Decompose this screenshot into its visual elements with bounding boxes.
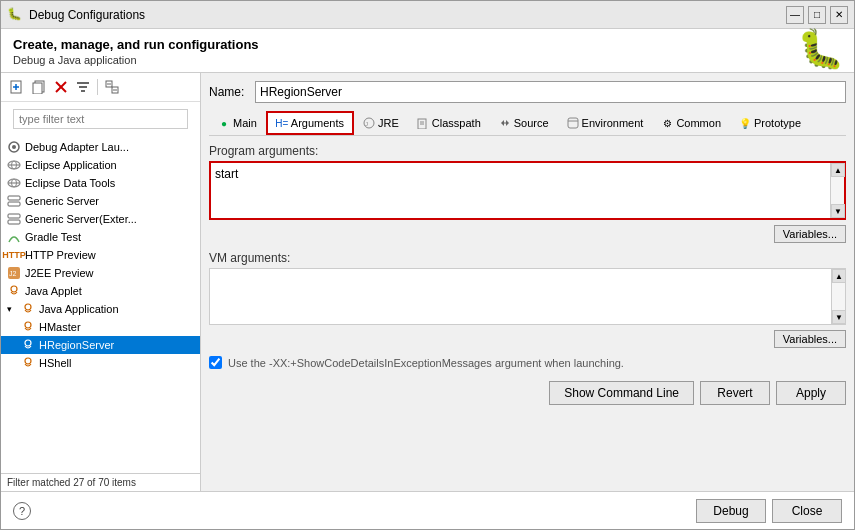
tree-item-java-application[interactable]: ▾ Java Application [1, 300, 200, 318]
scroll-up-btn[interactable]: ▲ [831, 163, 845, 177]
checkbox-label: Use the -XX:+ShowCodeDetailsInExceptionM… [228, 357, 624, 369]
tab-source[interactable]: Source [490, 112, 558, 134]
tree-item-label: HTTP Preview [25, 249, 96, 261]
http-icon: HTTP [7, 248, 21, 262]
source-tab-icon [499, 117, 511, 129]
svg-point-31 [25, 340, 31, 346]
main-tab-icon: ● [218, 117, 230, 129]
program-args-input[interactable]: start [211, 163, 830, 218]
header-title: Create, manage, and run configurations [13, 37, 842, 52]
close-button[interactable]: Close [772, 499, 842, 523]
filter-input[interactable] [13, 109, 188, 129]
svg-point-32 [25, 358, 31, 364]
collapse-all-button[interactable] [102, 77, 122, 97]
tree-item-j2ee[interactable]: J2 J2EE Preview [1, 264, 200, 282]
vm-args-input[interactable] [210, 269, 831, 324]
revert-button[interactable]: Revert [700, 381, 770, 405]
tree-item-eclipse-data[interactable]: Eclipse Data Tools [1, 174, 200, 192]
action-buttons: Show Command Line Revert Apply [209, 377, 846, 405]
tree-item-label: HRegionServer [39, 339, 114, 351]
debug-button[interactable]: Debug [696, 499, 766, 523]
hmaster-icon [21, 320, 35, 334]
new-config-button[interactable] [7, 77, 27, 97]
tab-common[interactable]: ⚙ Common [652, 112, 730, 134]
svg-rect-23 [8, 202, 20, 206]
args-tab-icon: H= [276, 117, 288, 129]
tree-item-generic-server[interactable]: Generic Server [1, 192, 200, 210]
tab-main[interactable]: ● Main [209, 112, 266, 134]
header-subtitle: Debug a Java application [13, 54, 842, 66]
tab-prototype[interactable]: 💡 Prototype [730, 112, 810, 134]
tab-environment[interactable]: Environment [558, 112, 653, 134]
eclipse-app-icon [7, 158, 21, 172]
help-button[interactable]: ? [13, 502, 31, 520]
tree-item-gradle[interactable]: Gradle Test [1, 228, 200, 246]
tree-item-label: J2EE Preview [25, 267, 93, 279]
vm-args-section: VM arguments: ▲ ▼ Variables... [209, 251, 846, 348]
help-icon: ? [19, 505, 25, 517]
tab-label-jre: JRE [378, 117, 399, 129]
tree-item-hmaster[interactable]: HMaster [1, 318, 200, 336]
close-window-button[interactable]: ✕ [830, 6, 848, 24]
tree-item-http[interactable]: HTTP HTTP Preview [1, 246, 200, 264]
generic-server-ext-icon [7, 212, 21, 226]
j2ee-icon: J2 [7, 266, 21, 280]
footer: ? Debug Close [1, 491, 854, 529]
generic-server-icon [7, 194, 21, 208]
filter-status: Filter matched 27 of 70 items [1, 473, 200, 491]
tree-item-label: Java Applet [25, 285, 82, 297]
gradle-icon [7, 230, 21, 244]
tab-label-arguments: Arguments [291, 117, 344, 129]
tree-item-hregionserver[interactable]: HRegionServer [1, 336, 200, 354]
footer-right: Debug Close [696, 499, 842, 523]
vm-scroll-up-btn[interactable]: ▲ [832, 269, 846, 283]
tree-item-label: HMaster [39, 321, 81, 333]
scroll-down-btn[interactable]: ▼ [831, 204, 845, 218]
show-command-line-button[interactable]: Show Command Line [549, 381, 694, 405]
tree-item-label: Generic Server(Exter... [25, 213, 137, 225]
vm-scroll-down-btn[interactable]: ▼ [832, 310, 846, 324]
minimize-button[interactable]: — [786, 6, 804, 24]
left-toolbar [1, 73, 200, 102]
tabs-row: ● Main H= Arguments J JRE C [209, 111, 846, 136]
svg-rect-4 [33, 83, 42, 94]
window-icon: 🐛 [7, 7, 23, 23]
apply-button[interactable]: Apply [776, 381, 846, 405]
tree-item-label: Debug Adapter Lau... [25, 141, 129, 153]
duplicate-button[interactable] [29, 77, 49, 97]
filter-container [1, 102, 200, 136]
tree-item-label: HShell [39, 357, 71, 369]
maximize-button[interactable]: □ [808, 6, 826, 24]
tree-item-generic-server-ext[interactable]: Generic Server(Exter... [1, 210, 200, 228]
checkbox-row: Use the -XX:+ShowCodeDetailsInExceptionM… [209, 356, 846, 369]
tree-item-eclipse-app[interactable]: Eclipse Application [1, 156, 200, 174]
tab-label-prototype: Prototype [754, 117, 801, 129]
tab-arguments[interactable]: H= Arguments [266, 111, 354, 135]
tab-label-classpath: Classpath [432, 117, 481, 129]
tab-jre[interactable]: J JRE [354, 112, 408, 134]
filter-button[interactable] [73, 77, 93, 97]
tab-label-main: Main [233, 117, 257, 129]
svg-text:J2: J2 [9, 270, 17, 277]
hregionserver-icon [21, 338, 35, 352]
tree-item-debug-adapter[interactable]: Debug Adapter Lau... [1, 138, 200, 156]
name-row: Name: [209, 81, 846, 103]
name-input[interactable] [255, 81, 846, 103]
vm-args-box: ▲ ▼ [209, 268, 846, 325]
main-content: Program arguments: start ▲ ▼ Variabl [209, 144, 846, 483]
delete-button[interactable] [51, 77, 71, 97]
title-bar: 🐛 Debug Configurations — □ ✕ [1, 1, 854, 29]
tab-classpath[interactable]: Classpath [408, 112, 490, 134]
vm-scroll-track [832, 283, 845, 310]
env-tab-icon [567, 117, 579, 129]
tree-item-java-applet[interactable]: Java Applet [1, 282, 200, 300]
footer-left: ? [13, 502, 31, 520]
classpath-tab-icon [417, 117, 429, 129]
tree-item-label: Java Application [39, 303, 119, 315]
program-args-variables-button[interactable]: Variables... [774, 225, 846, 243]
debug-configurations-window: 🐛 Debug Configurations — □ ✕ Create, man… [0, 0, 855, 530]
tree-item-hshell[interactable]: HShell [1, 354, 200, 372]
vm-args-variables-button[interactable]: Variables... [774, 330, 846, 348]
show-code-details-checkbox[interactable] [209, 356, 222, 369]
tree-item-label: Generic Server [25, 195, 99, 207]
